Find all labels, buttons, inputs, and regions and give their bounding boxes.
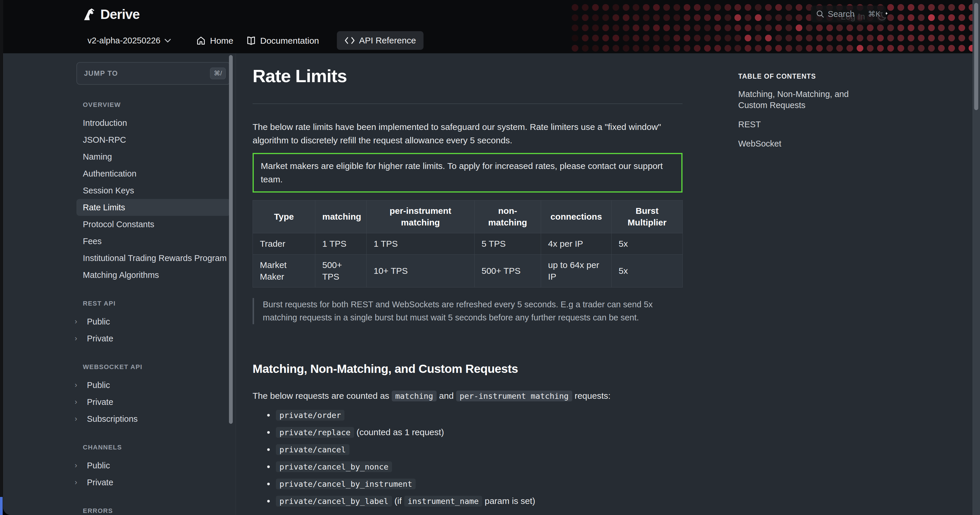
table-header-row: Typematchingper-instrument matchingnon-m…	[253, 200, 683, 233]
sidebar-item-label: Institutional Trading Rewards Program	[83, 254, 227, 263]
sidebar-item-label: Private	[87, 334, 113, 344]
sidebar-item-public[interactable]: ›Public	[76, 377, 231, 393]
sidebar-item-json-rpc[interactable]: JSON-RPC	[76, 132, 231, 148]
toc-link[interactable]: WebSocket	[738, 138, 855, 149]
sidebar-item-naming[interactable]: Naming	[76, 148, 231, 165]
sidebar-scrollbar-thumb[interactable]	[229, 55, 233, 424]
request-list-item: private/order	[253, 408, 682, 422]
inline-code: private/cancel	[276, 444, 349, 455]
main-content: Rate Limits The below rate limits have b…	[253, 53, 682, 515]
nav-label: Documentation	[260, 36, 319, 46]
inline-code: matching	[392, 391, 437, 401]
nav-item-documentation[interactable]: Documentation	[246, 28, 319, 53]
nav-label: API Reference	[359, 36, 416, 46]
sidebar-item-label: JSON-RPC	[83, 135, 126, 145]
toc-link[interactable]: Matching, Non-Matching, and Custom Reque…	[738, 89, 855, 111]
sidebar-item-session-keys[interactable]: Session Keys	[76, 182, 231, 199]
burst-note: Burst requests for both REST and WebSock…	[253, 298, 673, 324]
sidebar-section-title: OVERVIEW	[83, 101, 231, 109]
sidebar-item-label: Matching Algorithms	[83, 270, 159, 280]
sidebar-item-institutional-trading-rewards-program[interactable]: Institutional Trading Rewards Program	[76, 250, 231, 266]
sidebar-item-label: Fees	[83, 236, 102, 246]
book-icon	[246, 36, 256, 46]
sidebar-item-introduction[interactable]: Introduction	[76, 114, 231, 132]
market-maker-callout: Market makers are eligible for higher ra…	[253, 153, 682, 193]
chevron-right-icon: ›	[75, 461, 77, 470]
sidebar-item-protocol-constants[interactable]: Protocol Constants	[76, 216, 231, 233]
toc-link[interactable]: REST	[738, 119, 855, 130]
sidebar-item-label: Public	[87, 317, 110, 326]
sidebar-section-title: REST API	[83, 300, 231, 307]
table-header-cell: per-instrument matching	[367, 200, 474, 233]
table-cell: 500+ TPS	[474, 255, 541, 287]
inline-code: private/cancel_by_label	[276, 496, 392, 507]
sidebar-item-authentication[interactable]: Authentication	[76, 165, 231, 182]
code-icon	[344, 36, 355, 44]
sidebar-item-label: Private	[87, 478, 113, 487]
brand-name: Derive	[100, 6, 140, 22]
table-row: Trader1 TPS1 TPS5 TPS4x per IP5x	[253, 233, 683, 255]
inline-code: instrument_name	[404, 496, 482, 507]
chevron-right-icon: ›	[75, 478, 77, 487]
search-icon	[816, 10, 824, 18]
jump-to-label: JUMP TO	[84, 69, 210, 78]
sidebar-item-label: Authentication	[83, 169, 137, 179]
table-cell: Trader	[253, 233, 315, 255]
sidebar-item-label: Private	[87, 397, 113, 407]
sidebar-section-title: CHANNELS	[83, 444, 231, 451]
request-list-item: private/cancel	[253, 443, 682, 456]
brand-logo[interactable]: Derive	[83, 6, 140, 22]
table-cell: 5x	[612, 233, 683, 255]
search-input[interactable]: Search ⌘K	[811, 6, 886, 22]
chevron-right-icon: ›	[75, 414, 77, 423]
page-scrollbar-thumb[interactable]	[974, 3, 978, 110]
sidebar-item-private[interactable]: ›Private	[76, 330, 231, 347]
table-cell: Market Maker	[253, 255, 315, 287]
sidebar: JUMP TO ⌘/ OVERVIEWIntroductionJSON-RPCN…	[3, 53, 236, 515]
table-cell: 10+ TPS	[367, 255, 474, 287]
sidebar-item-label: Naming	[83, 152, 112, 162]
sidebar-item-rate-limits[interactable]: Rate Limits	[76, 199, 231, 216]
sidebar-item-label: Public	[87, 380, 110, 390]
table-cell: 4x per IP	[541, 233, 612, 255]
search-shortcut: ⌘K	[868, 10, 881, 19]
jump-to-input[interactable]: JUMP TO ⌘/	[76, 62, 231, 85]
sidebar-item-fees[interactable]: Fees	[76, 233, 231, 250]
page-scrollbar-track[interactable]	[972, 0, 980, 515]
primary-nav: v2-alpha-20250226 Home Documentation	[3, 28, 980, 53]
sidebar-item-subscriptions[interactable]: ›Subscriptions	[76, 410, 231, 427]
nav-item-home[interactable]: Home	[196, 28, 233, 53]
page-title: Rate Limits	[253, 65, 682, 87]
table-cell: 1 TPS	[367, 233, 474, 255]
section-heading: Matching, Non-Matching, and Custom Reque…	[253, 361, 682, 376]
table-header-cell: Type	[253, 200, 315, 233]
nav-item-api-reference[interactable]: API Reference	[337, 31, 423, 50]
page-body: JUMP TO ⌘/ OVERVIEWIntroductionJSON-RPCN…	[3, 53, 980, 515]
request-list-item: private/cancel_by_instrument	[253, 477, 682, 491]
chevron-right-icon: ›	[75, 334, 77, 343]
table-cell: up to 64x per IP	[541, 255, 612, 287]
sidebar-item-private[interactable]: ›Private	[76, 474, 231, 491]
request-list: private/orderprivate/replace (counted as…	[253, 408, 682, 508]
sidebar-item-matching-algorithms[interactable]: Matching Algorithms	[76, 266, 231, 284]
sidebar-item-label: Protocol Constants	[83, 220, 154, 229]
request-list-item: private/replace (counted as 1 request)	[253, 426, 682, 439]
inline-code: private/replace	[276, 427, 354, 438]
table-cell: 5x	[612, 255, 683, 287]
divider	[253, 103, 682, 104]
inline-code: private/cancel_by_instrument	[276, 479, 415, 490]
table-header-cell: matching	[315, 200, 367, 233]
sidebar-item-private[interactable]: ›Private	[76, 393, 231, 410]
version-selector[interactable]: v2-alpha-20250226	[88, 28, 171, 53]
table-header-cell: non-matching	[474, 200, 541, 233]
derive-logo-icon	[83, 7, 96, 22]
sidebar-item-label: Subscriptions	[87, 414, 138, 424]
sidebar-item-public[interactable]: ›Public	[76, 313, 231, 330]
table-cell: 5 TPS	[474, 233, 541, 255]
inline-code: per-instrument matching	[456, 391, 572, 401]
table-cell: 1 TPS	[315, 233, 367, 255]
table-of-contents: TABLE OF CONTENTS Matching, Non-Matching…	[738, 73, 855, 149]
chevron-right-icon: ›	[75, 317, 77, 326]
sidebar-item-label: Introduction	[83, 118, 127, 128]
sidebar-item-public[interactable]: ›Public	[76, 457, 231, 474]
